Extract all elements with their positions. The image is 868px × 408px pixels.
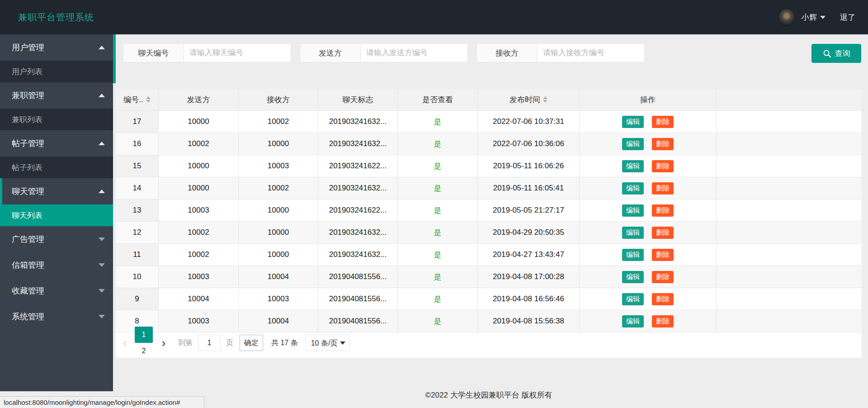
cell-filler	[717, 310, 862, 332]
cell-chat-flag: 201904081556...	[318, 266, 398, 288]
delete-button[interactable]: 删除	[652, 271, 674, 283]
cell-publish-time: 2019-05-11 16:05:41	[478, 177, 580, 199]
chevron-icon	[99, 263, 105, 267]
edit-button[interactable]: 编辑	[622, 160, 644, 172]
table-column-header: 接收方	[239, 89, 318, 110]
cell-publish-time: 2022-07-06 10:37:31	[478, 111, 580, 133]
cell-id: 10	[116, 266, 159, 288]
cell-sender: 10000	[159, 111, 239, 133]
pagination-page-button[interactable]: 1	[135, 327, 153, 343]
logout-button[interactable]: 退了	[840, 12, 855, 23]
table-row: 17 10000 10002 201903241632... 是 2022-07…	[116, 111, 862, 133]
delete-button[interactable]: 删除	[652, 204, 674, 217]
table-column-header[interactable]: 编号..	[116, 89, 159, 110]
sidebar-scrollbar-thumb[interactable]	[113, 34, 116, 83]
chevron-icon	[99, 315, 105, 318]
pagination-next-button[interactable]: ›	[159, 336, 168, 350]
edit-button[interactable]: 编辑	[622, 315, 644, 327]
chevron-down-icon	[820, 16, 826, 19]
sidebar-group[interactable]: 信箱管理	[0, 252, 113, 278]
footer-copyright: ©2022 大学生校园兼职平台 版权所有	[116, 390, 862, 400]
edit-button[interactable]: 编辑	[622, 182, 644, 195]
filter-label: 接收方	[476, 43, 538, 62]
page-size-select[interactable]: 10 条/页	[305, 335, 349, 351]
table-column-label: 是否查看	[422, 95, 453, 105]
cell-chat-flag: 201904081556...	[318, 310, 398, 332]
sidebar-group[interactable]: 聊天管理	[0, 178, 113, 204]
sidebar-group-label: 信箱管理	[12, 260, 44, 270]
filter-input[interactable]	[361, 43, 468, 62]
sidebar-group[interactable]: 兼职管理	[0, 82, 113, 109]
sidebar-item[interactable]: 帖子列表	[0, 157, 113, 178]
cell-actions: 编辑 删除	[580, 244, 717, 266]
delete-button[interactable]: 删除	[652, 182, 674, 195]
pagination-page-unit-label: 页	[226, 338, 233, 348]
cell-id: 11	[116, 244, 159, 266]
edit-button[interactable]: 编辑	[622, 271, 644, 283]
delete-button[interactable]: 删除	[652, 227, 674, 239]
cell-filler	[717, 177, 862, 199]
table-row: 10 10003 10004 201904081556... 是 2019-04…	[116, 266, 862, 288]
cell-sender: 10000	[159, 155, 239, 177]
pagination-bar: ‹ 12 › 到第 页 确定 共 17 条 10 条/页	[116, 335, 862, 351]
delete-button[interactable]: 删除	[652, 249, 674, 261]
cell-actions: 编辑 删除	[580, 177, 717, 199]
sort-icon[interactable]	[543, 96, 547, 103]
pagination-page-button[interactable]: 2	[135, 343, 153, 359]
filter-group: 聊天编号	[123, 43, 291, 62]
sidebar-item[interactable]: 聊天列表	[0, 204, 113, 226]
sidebar-group[interactable]: 系统管理	[0, 304, 113, 329]
table-row: 11 10002 10000 201903241632... 是 2019-04…	[116, 244, 862, 266]
edit-button[interactable]: 编辑	[622, 227, 644, 239]
cell-filler	[717, 133, 862, 155]
filter-label: 聊天编号	[123, 43, 184, 62]
sidebar-group[interactable]: 帖子管理	[0, 130, 113, 157]
pagination-prev-button[interactable]: ‹	[120, 336, 129, 350]
sidebar-group[interactable]: 广告管理	[0, 226, 113, 252]
sort-icon[interactable]	[146, 96, 151, 103]
sidebar-item[interactable]: 兼职列表	[0, 109, 113, 130]
user-menu[interactable]: 小辉	[802, 12, 826, 23]
filter-input[interactable]	[538, 43, 645, 62]
edit-button[interactable]: 编辑	[622, 249, 644, 261]
table-column-label: 操作	[640, 95, 656, 105]
cell-sender: 10004	[159, 288, 239, 310]
table-row: 14 10000 10002 201903241632... 是 2019-05…	[116, 177, 862, 199]
delete-button[interactable]: 删除	[652, 160, 674, 172]
delete-button[interactable]: 删除	[652, 293, 674, 305]
table-column-header: 发送方	[159, 89, 239, 110]
search-button[interactable]: 查询	[811, 44, 861, 63]
search-icon	[823, 49, 831, 58]
edit-button[interactable]: 编辑	[622, 116, 644, 128]
browser-status-bar: localhost:8080/moonlighting/manage/login…	[0, 396, 204, 408]
delete-button[interactable]: 删除	[652, 138, 674, 150]
sidebar-item[interactable]: 用户列表	[0, 61, 113, 82]
table-header-row: 编号.. 发送方 接收方 聊天标志 是否查看 发布时间 操作	[116, 89, 862, 111]
pagination-goto-label: 到第	[178, 338, 193, 348]
table-column-label: 聊天标志	[343, 95, 373, 105]
user-avatar[interactable]	[778, 9, 795, 26]
cell-publish-time: 2019-04-27 13:43:47	[478, 244, 580, 266]
page-size-select-wrap: 10 条/页	[305, 335, 349, 351]
sidebar-item-label: 兼职列表	[12, 114, 42, 125]
edit-button[interactable]: 编辑	[622, 293, 644, 305]
cell-publish-time: 2019-04-29 20:50:35	[478, 222, 580, 243]
pagination-confirm-button[interactable]: 确定	[240, 335, 263, 351]
sidebar-group[interactable]: 收藏管理	[0, 278, 113, 304]
pagination-page-input[interactable]	[198, 335, 221, 351]
cell-sender: 10003	[159, 310, 239, 332]
delete-button[interactable]: 删除	[652, 315, 674, 327]
cell-id: 16	[116, 133, 159, 155]
sidebar-group[interactable]: 用户管理	[0, 34, 113, 61]
edit-button[interactable]: 编辑	[622, 204, 644, 217]
user-name-label: 小辉	[802, 12, 817, 23]
edit-button[interactable]: 编辑	[622, 138, 644, 150]
filter-input[interactable]	[184, 43, 291, 62]
cell-receiver: 10000	[239, 222, 318, 243]
cell-viewed: 是	[398, 310, 478, 332]
sidebar-group-label: 收藏管理	[12, 285, 44, 296]
table-column-header[interactable]: 发布时间	[478, 89, 580, 110]
cell-receiver: 10002	[239, 111, 318, 133]
delete-button[interactable]: 删除	[652, 116, 674, 128]
cell-sender: 10002	[159, 244, 239, 266]
